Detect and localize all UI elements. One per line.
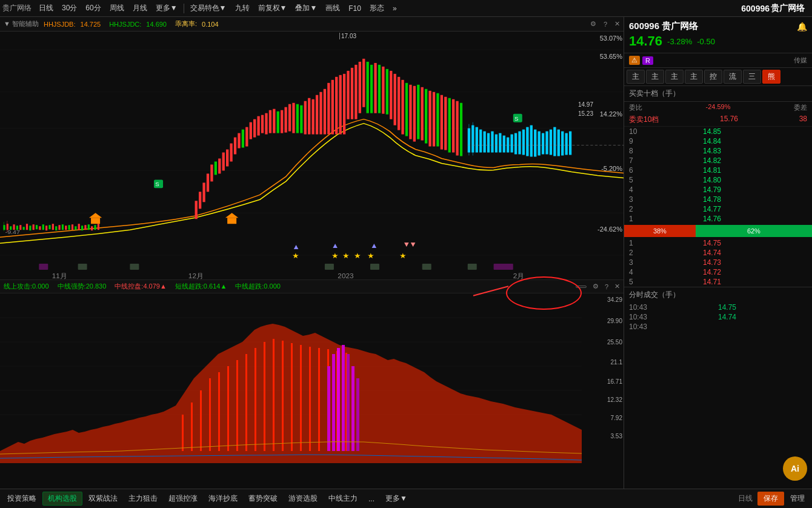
svg-rect-106	[460, 103, 462, 156]
btn-manage[interactable]: 管理	[785, 492, 810, 505]
svg-rect-66	[304, 101, 307, 135]
svg-rect-14	[29, 226, 31, 230]
hhjsjdb-label: HHJSJDB:	[44, 21, 76, 28]
svg-rect-51	[245, 127, 248, 147]
func-btn-zhu3[interactable]: 主	[665, 70, 684, 84]
svg-rect-86	[382, 67, 384, 114]
price-1497-label: 14.97	[578, 101, 593, 108]
svg-rect-55	[261, 115, 264, 133]
feature-fuquan[interactable]: 前复权▼	[255, 2, 291, 15]
timeframe-30[interactable]: 30分	[58, 2, 81, 15]
btn-youzi[interactable]: 游资选股	[284, 492, 322, 505]
func-btn-zhu4[interactable]: 主	[685, 70, 703, 84]
func-btns-section: 主 主 主 主 控 流 三 熊	[624, 68, 812, 86]
timeframe-monthly[interactable]: 月线	[129, 2, 151, 15]
btn-zhongxian[interactable]: 中线主力	[324, 492, 362, 505]
feature-xingai[interactable]: 形态	[366, 2, 388, 15]
weubi-val: -24.59%	[706, 103, 731, 112]
indicator-close[interactable]: ✕	[614, 282, 620, 290]
svg-rect-130	[557, 130, 560, 156]
timeframe-weekly[interactable]: 周线	[106, 2, 128, 15]
btn-more[interactable]: 更多▼	[381, 492, 412, 505]
svg-rect-119	[514, 133, 517, 155]
svg-rect-59	[277, 112, 279, 133]
price-1523-label: 15.23	[578, 110, 593, 117]
timeframe-daily[interactable]: 日线	[35, 2, 57, 15]
btn-xushi[interactable]: 蓄势突破	[244, 492, 282, 505]
btn-zhuli[interactable]: 主力狙击	[124, 492, 162, 505]
feature-draw[interactable]: 画线	[322, 2, 344, 15]
buy-row-3: 3 14.73	[624, 258, 812, 267]
ai-label: Ai	[791, 464, 799, 473]
svg-rect-35	[98, 224, 99, 230]
sell-row-10: 10 14.85	[624, 127, 812, 136]
timeframe-60[interactable]: 60分	[82, 2, 104, 15]
timeframe-more[interactable]: 更多▼	[152, 2, 181, 15]
ai-button[interactable]: Ai	[783, 456, 807, 481]
func-btn-zhu1[interactable]: 主	[627, 70, 645, 84]
btn-chaokong[interactable]: 超强控涨	[164, 492, 202, 505]
ratio-bar: 38% 62%	[624, 225, 812, 237]
duanxian-label: 短线超跌:0.614▲	[175, 282, 227, 291]
trade-header: 分时成交（手）	[624, 287, 812, 302]
svg-rect-47	[230, 144, 232, 162]
func-btn-liu[interactable]: 流	[724, 70, 742, 84]
btn-save[interactable]: 保存	[757, 492, 784, 506]
btn-jigou[interactable]: 机构选股	[42, 492, 82, 506]
chart-area: ▼ 智能辅助 HHJSJDB: 14.725 HHJSJDC: 14.690 乖…	[0, 17, 624, 489]
star-3: ★	[342, 252, 349, 259]
indicator-help[interactable]: ?	[605, 283, 608, 290]
gear-icon[interactable]: ⚙	[590, 20, 596, 28]
svg-rect-30	[81, 226, 83, 230]
bottom-rixian-label: 日线	[738, 493, 753, 504]
func-btn-kong[interactable]: 控	[704, 70, 722, 84]
svg-rect-29	[78, 224, 80, 230]
close-icon[interactable]: ✕	[614, 20, 620, 28]
svg-rect-28	[75, 226, 76, 230]
func-btn-zhu2[interactable]: 主	[646, 70, 664, 84]
svg-rect-81	[362, 59, 365, 107]
svg-rect-133	[569, 132, 571, 155]
feature-more[interactable]: »	[389, 3, 401, 14]
main-chart-svg: S S ▲ ▲ ▲ ▼ ▼ ★ ★ ★ ★ ★	[0, 32, 624, 279]
right-panel: 600996 贵广网络 🔔 14.76 -3.28% -0.50 ⚠ R 传媒 …	[624, 17, 812, 489]
func-btn-xiong[interactable]: 熊	[762, 70, 780, 84]
feature-trading[interactable]: 交易特色▼	[187, 2, 230, 15]
xaxis-nov: 11月	[52, 272, 67, 279]
svg-rect-58	[273, 109, 275, 133]
purple-spike2	[332, 354, 335, 451]
svg-rect-109	[476, 127, 478, 153]
vol-label-1232: 12.32	[607, 396, 622, 403]
ind-box-5	[370, 264, 379, 270]
svg-rect-76	[343, 74, 345, 135]
feature-f10[interactable]: F10	[345, 3, 365, 14]
sub-chart-wrapper: 34.29 29.90 25.50 21.1 16.71 12.32 7.92 …	[0, 293, 624, 489]
purple-spike7	[356, 378, 359, 451]
bell-icon[interactable]: 🔔	[797, 22, 807, 32]
weubi-label: 委比	[629, 103, 642, 112]
house-icon-1	[89, 213, 102, 218]
spike3	[200, 390, 202, 451]
svg-rect-50	[242, 130, 244, 148]
spike1	[182, 415, 184, 451]
arrow-down-2: ▼	[409, 241, 417, 249]
svg-rect-123	[530, 125, 533, 157]
warn-badge: ⚠	[629, 56, 640, 65]
feature-diejia[interactable]: 叠加▼	[291, 2, 321, 15]
hhjsjdc-val: 14.690	[146, 21, 167, 28]
btn-shuangzi[interactable]: 双紫战法	[84, 492, 122, 505]
svg-rect-67	[308, 98, 310, 135]
func-btn-san[interactable]: 三	[743, 70, 761, 84]
vol-label-353: 3.53	[611, 433, 622, 439]
btn-touzice[interactable]: 投资策略	[2, 492, 41, 505]
trade-row-3: 10:43	[624, 322, 812, 332]
help-icon[interactable]: ?	[604, 21, 607, 28]
btn-dots[interactable]: ...	[364, 493, 379, 504]
btn-haiyang[interactable]: 海洋抄底	[204, 492, 242, 505]
pct-label-53b: 53.65%	[600, 53, 622, 60]
ind-box-6	[422, 264, 431, 270]
feature-jiuzhuan[interactable]: 九转	[231, 2, 253, 15]
hhjsjdb-val: 14.725	[81, 21, 101, 28]
indicator-gear[interactable]: ⚙	[593, 282, 599, 290]
change-abs: -0.50	[697, 37, 715, 46]
